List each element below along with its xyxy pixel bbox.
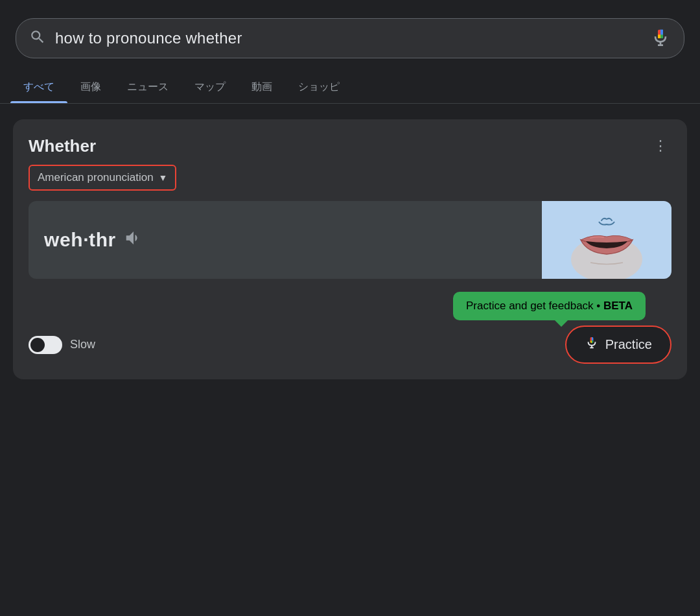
search-area: how to pronounce whether — [0, 0, 700, 71]
tab-news[interactable]: ニュース — [114, 71, 181, 103]
slow-toggle[interactable] — [29, 336, 62, 354]
phonetic-left: weh·thr — [29, 201, 542, 279]
dropdown-arrow-icon: ▼ — [159, 172, 168, 183]
tabs-bar: すべて 画像 ニュース マップ 動画 ショッピ — [0, 71, 700, 104]
tab-videos[interactable]: 動画 — [239, 71, 285, 103]
mic-button-icon — [585, 336, 599, 353]
svg-rect-19 — [592, 340, 594, 343]
mouth-illustration — [542, 201, 671, 279]
svg-rect-18 — [590, 340, 592, 343]
card-header: Whether ⋮ — [29, 135, 671, 157]
tab-all[interactable]: すべて — [10, 71, 67, 103]
search-icon — [29, 29, 46, 48]
word-title: Whether — [29, 136, 96, 156]
bottom-controls: Slow Practice — [29, 326, 671, 364]
practice-tooltip: Practice and get feedback • BETA — [453, 292, 646, 320]
pronunciation-type-selector[interactable]: American pronunciation ▼ — [29, 165, 176, 191]
audio-play-icon[interactable] — [124, 228, 143, 252]
slow-label: Slow — [70, 338, 95, 351]
practice-label: Practice — [605, 337, 652, 352]
svg-rect-17 — [592, 337, 594, 341]
tab-maps[interactable]: マップ — [181, 71, 239, 103]
practice-button[interactable]: Practice — [565, 326, 671, 364]
tab-images[interactable]: 画像 — [67, 71, 114, 103]
more-options-icon[interactable]: ⋮ — [651, 135, 671, 157]
mic-icon[interactable] — [650, 28, 671, 49]
phonetic-container: weh·thr — [29, 201, 671, 279]
svg-rect-16 — [590, 337, 592, 341]
search-bar[interactable]: how to pronounce whether — [16, 18, 684, 58]
toggle-knob — [30, 338, 45, 352]
pronunciation-card: Whether ⋮ American pronunciation ▼ weh·t… — [13, 119, 687, 379]
beta-badge: BETA — [603, 300, 633, 312]
search-query: how to pronounce whether — [55, 29, 641, 47]
pronunciation-type-label: American pronunciation — [38, 171, 154, 184]
slow-control: Slow — [29, 336, 95, 354]
phonetic-text: weh·thr — [44, 229, 116, 251]
tab-shopping[interactable]: ショッピ — [285, 71, 353, 103]
tooltip-area: Practice and get feedback • BETA — [29, 292, 671, 320]
